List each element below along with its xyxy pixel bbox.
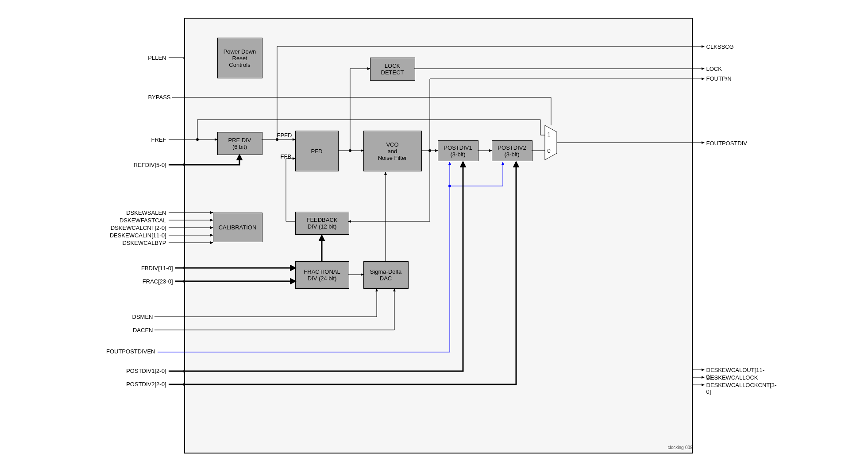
- sigma-delta-dac-block: Sigma-Delta DAC: [363, 261, 409, 289]
- dskewcalbyp-label: DSKEWCALBYP: [107, 240, 166, 246]
- lock-label: LOCK: [706, 66, 722, 72]
- foutpostdiv-label: FOUTPOSTDIV: [706, 140, 747, 147]
- dsmen-label: DSMEN: [127, 314, 153, 320]
- postdiv2-input-label: POSTDIV2[2-0]: [116, 381, 166, 388]
- pll-block-diagram: Power Down Reset Controls PRE DIV (6 bit…: [102, 9, 766, 461]
- dskewcalcnt-label: DSKEWCALCNT[2-0]: [102, 225, 166, 231]
- ffb-wire-label: FFB: [281, 153, 292, 160]
- calibration-block: CALIBRATION: [213, 213, 262, 242]
- mux-icon: [544, 125, 562, 160]
- pre-div-block: PRE DIV (6 bit): [217, 132, 262, 155]
- feedback-div-block: FEEDBACK DIV (12 bit): [295, 212, 349, 235]
- dskewsalen-label: DSKEWSALEN: [107, 209, 166, 216]
- pfd-block: PFD: [295, 131, 339, 171]
- fref-label: FREF: [147, 136, 166, 143]
- deskewcalin-label: DESKEWCALIN[11-0]: [102, 232, 166, 239]
- deskewcallockcnt-label: DESKEWCALLOCKCNT[3-0]: [706, 382, 777, 395]
- diagram-id-label: clocking-009: [668, 445, 693, 450]
- postdiv1-block: POSTDIV1 (3-bit): [438, 140, 478, 161]
- svg-marker-0: [545, 125, 557, 160]
- dskewfastcal-label: DSKEWFASTCAL: [107, 217, 166, 224]
- deskewcallock-label: DESKEWCALLOCK: [706, 374, 758, 381]
- mux-input-1-label: 1: [548, 131, 551, 138]
- power-down-block: Power Down Reset Controls: [217, 38, 262, 78]
- bypass-label: BYPASS: [142, 94, 171, 101]
- mux-input-0-label: 0: [548, 147, 551, 154]
- postdiv1-input-label: POSTDIV1[2-0]: [116, 368, 166, 374]
- dacen-label: DACEN: [127, 327, 153, 333]
- foutpn-label: FOUTP/N: [706, 75, 732, 82]
- pllen-label: PLLEN: [144, 54, 166, 61]
- frac-label: FRAC[23-0]: [135, 278, 173, 285]
- refdiv-label: REFDIV[5-0]: [124, 162, 166, 168]
- postdiv2-block: POSTDIV2 (3-bit): [492, 140, 532, 161]
- vco-block: VCO and Noise Filter: [363, 131, 422, 171]
- fbdiv-label: FBDIV[11-0]: [133, 265, 173, 271]
- fractional-div-block: FRACTIONAL DIV (24 bit): [295, 261, 349, 289]
- clksscg-label: CLKSSCG: [706, 43, 734, 50]
- lock-detect-block: LOCK DETECT: [370, 58, 415, 81]
- foutpostdiven-label: FOUTPOSTDIVEN: [102, 348, 155, 355]
- fpfd-wire-label: FPFD: [277, 132, 292, 139]
